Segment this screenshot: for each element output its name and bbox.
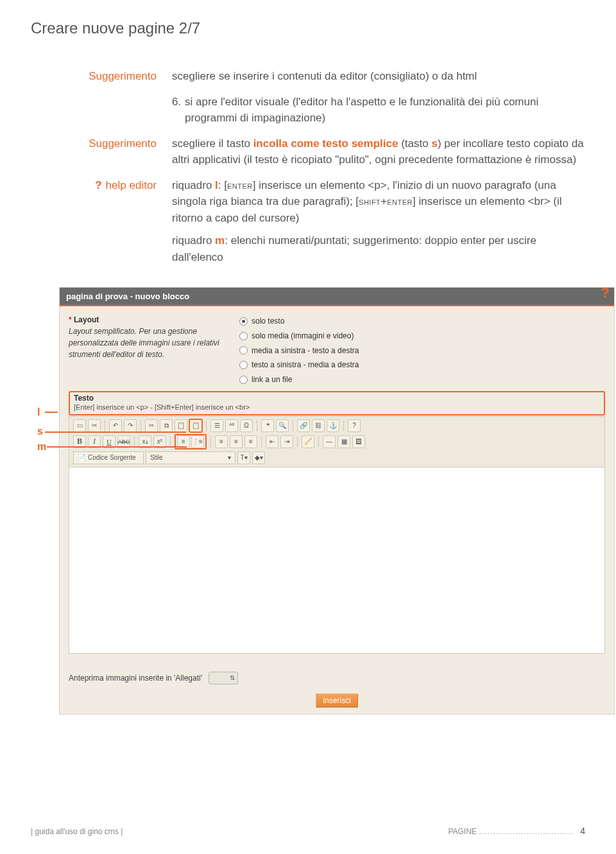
layout-radio-0[interactable]: solo testo (239, 314, 605, 329)
radio-icon[interactable] (239, 346, 248, 354)
copy-icon[interactable]: ⧉ (160, 419, 173, 432)
hr-icon[interactable]: — (323, 435, 336, 448)
radio-label: solo testo (252, 314, 284, 329)
removeformat-icon[interactable]: 🧹 (302, 435, 314, 448)
annotation-line-s (45, 431, 186, 433)
preview-label: Anteprima immagini inserite in 'Allegati… (69, 674, 202, 683)
unordered-list-icon[interactable]: ⋮≡ (191, 435, 204, 448)
help-editor-label: ?help editor (31, 177, 172, 272)
footer-left: | guida all'uso di gino cms | (31, 827, 123, 836)
cut-icon[interactable]: ✂ (145, 419, 158, 432)
align-left-icon[interactable]: ≡ (215, 435, 228, 448)
help-icon[interactable]: ? (348, 419, 361, 432)
annotation-s: s (37, 426, 43, 437)
radio-label: link a un file (252, 372, 292, 387)
footer-section: PAGINE (448, 827, 476, 836)
unlink-icon[interactable]: ⛓ (312, 419, 325, 432)
radio-icon[interactable] (239, 376, 248, 384)
help-editor-text: riquadro l: [enter] inserisce un element… (172, 177, 585, 272)
outdent-icon[interactable]: ⇤ (266, 435, 278, 448)
indent-icon[interactable]: ⇥ (280, 435, 293, 448)
radio-icon[interactable] (239, 332, 248, 340)
insert-button[interactable]: inserisci (316, 693, 357, 708)
radio-label: testo a sinistra - media a destra (252, 358, 359, 372)
annotation-line-m (47, 446, 187, 448)
editor-toolbar: ▭ ✂ ↶ ↷ ✂ ⧉ 📋 📋 ☰ ᴬᴮ Ω (69, 416, 605, 467)
footer-dots: .................................. (479, 827, 574, 836)
align-right-icon[interactable]: ≡ (244, 435, 257, 448)
paste-plain-text-icon[interactable]: 📋 (189, 419, 202, 432)
redo-icon[interactable]: ↷ (124, 419, 137, 432)
layout-radio-1[interactable]: solo media (immagini e video) (239, 329, 605, 344)
editor-panel: pagina di prova - nuovo blocco * Layout … (59, 287, 615, 715)
panel-header: pagina di prova - nuovo blocco (60, 288, 614, 306)
cut-icon[interactable]: ✂ (88, 419, 101, 432)
specialchar-icon[interactable]: Ω (240, 419, 253, 432)
radio-label: solo media (immagini e video) (252, 329, 354, 344)
image-icon[interactable]: 🖼 (352, 435, 365, 448)
find-icon[interactable]: 🔍 (276, 419, 289, 432)
footer-page-number: 4 (580, 826, 585, 836)
testo-label-box: Testo [Enter] inserisce un <p> - [Shift+… (69, 391, 605, 415)
table-icon[interactable]: ▦ (338, 435, 350, 448)
step-6: 6.si apre l'editor visuale (l'editor ha … (172, 94, 585, 126)
attachments-select[interactable]: ⇅ (209, 672, 238, 684)
paste-icon[interactable]: 📋 (175, 419, 187, 432)
layout-radio-3[interactable]: testo a sinistra - media a destra (239, 358, 605, 372)
annotation-l: l (37, 406, 40, 418)
suggerimento-text-2: scegliere il tasto incolla come testo se… (172, 135, 585, 168)
suggerimento-label-2: Suggerimento (31, 135, 172, 168)
quote-icon[interactable]: ❝ (261, 419, 274, 432)
annotation-line-l (45, 412, 58, 413)
selectall-icon[interactable]: ☰ (210, 419, 223, 432)
layout-radio-group: solo testosolo media (immagini e video)m… (239, 314, 605, 387)
radio-icon[interactable] (239, 361, 248, 369)
textcolor-icon[interactable]: T▾ (237, 451, 250, 464)
style-dropdown[interactable]: Stile ▾ (146, 451, 235, 464)
align-center-icon[interactable]: ≡ (230, 435, 243, 448)
source-button[interactable]: 📄 Codice Sorgente (73, 451, 144, 464)
layout-radio-2[interactable]: media a sinistra - testo a destra (239, 344, 605, 358)
radio-label: media a sinistra - testo a destra (252, 344, 359, 358)
annotation-m: m (37, 441, 46, 453)
anchor-icon[interactable]: ⚓ (327, 419, 339, 432)
page-footer: | guida all'uso di gino cms | PAGINE ...… (31, 826, 585, 836)
layout-radio-4[interactable]: link a un file (239, 372, 605, 387)
radio-icon[interactable] (239, 317, 248, 326)
suggerimento-label-1: Suggerimento (31, 68, 172, 85)
bgcolor-icon[interactable]: ◆▾ (252, 451, 265, 464)
spellcheck-icon[interactable]: ᴬᴮ (225, 419, 238, 432)
help-annotation-q: ? (601, 284, 610, 301)
page-title: Creare nuove pagine 2/7 (31, 19, 585, 37)
undo-icon[interactable]: ↶ (109, 419, 122, 432)
link-icon[interactable]: 🔗 (297, 419, 310, 432)
editor-textarea[interactable] (69, 467, 605, 654)
suggerimento-text-1: scegliere se inserire i contenuti da edi… (172, 68, 585, 85)
toolbar-icon[interactable]: ▭ (73, 419, 86, 432)
layout-description: * Layout Layout semplificato. Per una ge… (69, 314, 227, 387)
